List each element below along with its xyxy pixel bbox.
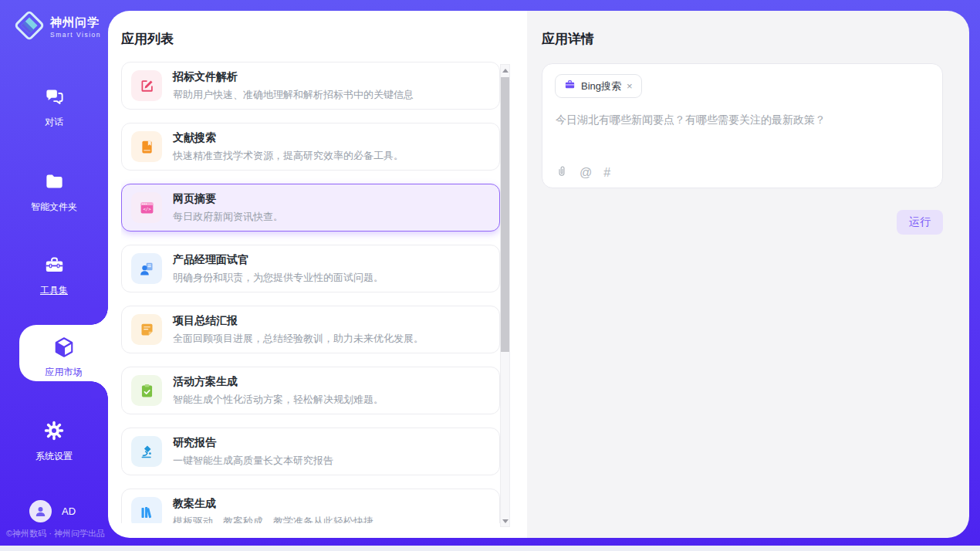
app-list-title: 应用列表 [121,30,174,48]
folder-icon [44,181,65,194]
hash-icon[interactable]: # [603,166,610,180]
app-card-title: 产品经理面试官 [173,253,384,267]
app-card-desc: 每日政府新闻资讯快查。 [173,210,283,224]
app-card-research-report[interactable]: 研究报告 一键智能生成高质量长文本研究报告 [121,428,500,475]
brand-name: 神州问学 [50,15,101,30]
copyright-text: ©神州数码 · 神州问学出品 [6,528,108,539]
sidebar-item-app-market[interactable]: 应用市场 [19,325,108,381]
app-detail-title: 应用详情 [542,30,594,48]
clipboard-check-icon [131,375,162,406]
sidebar: 神州问学 Smart Vision 对话 智能文件夹 [0,0,108,551]
app-card-title: 活动方案生成 [173,375,384,389]
books-icon [131,497,162,523]
user-account[interactable]: AD [29,500,76,522]
run-button[interactable]: 运行 [897,210,943,235]
avatar [29,500,52,522]
app-list: 招标文件解析 帮助用户快速、准确地理解和解析招标书中的关键信息 文献搜索 快速精… [121,62,500,523]
app-card-literature-search[interactable]: 文献搜索 快速精准查找学术资源，提高研究效率的必备工具。 [121,123,500,171]
book-icon [131,131,162,162]
app-card-lesson-plan[interactable]: 教案生成 模板驱动，教案秒成，教学准备从此轻松快捷 [121,488,500,523]
user-initials: AD [62,505,76,517]
app-card-desc: 一键智能生成高质量长文本研究报告 [173,454,333,468]
app-card-title: 文献搜索 [173,131,404,145]
sidebar-item-label: 工具集 [0,284,108,297]
briefcase-icon [564,79,576,93]
app-card-desc: 模板驱动，教案秒成，教学准备从此轻松快捷 [173,515,373,524]
tool-chip-bing-search[interactable]: Bing搜索 × [555,74,642,98]
app-card-project-summary[interactable]: 项目总结汇报 全面回顾项目进展，总结经验教训，助力未来优化发展。 [121,306,500,353]
close-icon[interactable]: × [627,80,633,92]
app-card-desc: 快速精准查找学术资源，提高研究效率的必备工具。 [173,149,404,163]
app-detail-panel: 应用详情 Bing搜索 × 今日湖北有哪些新闻要点？有哪些需要关注的最新政策？ [527,11,969,538]
sidebar-item-label: 系统设置 [0,450,108,463]
sidebar-item-label: 对话 [0,116,108,129]
app-card-desc: 全面回顾项目进展，总结经验教训，助力未来优化发展。 [173,332,424,346]
app-card-title: 招标文件解析 [173,70,414,84]
app-card-desc: 帮助用户快速、准确地理解和解析招标书中的关键信息 [173,88,414,102]
chat-icon [44,96,65,110]
brand: 神州问学 Smart Vision [14,10,101,44]
paperclip-icon[interactable] [556,164,568,181]
scrollbar[interactable] [500,64,510,527]
research-icon [131,436,162,467]
browser-code-icon: </> [131,192,162,223]
mention-icon[interactable]: @ [580,166,592,180]
app-card-bid-document-analysis[interactable]: 招标文件解析 帮助用户快速、准确地理解和解析招标书中的关键信息 [121,62,500,110]
sidebar-item-chat[interactable]: 对话 [0,86,108,129]
sidebar-item-smart-folder[interactable]: 智能文件夹 [0,171,108,214]
app-card-event-plan[interactable]: 活动方案生成 智能生成个性化活动方案，轻松解决规划难题。 [121,367,500,414]
scroll-up-icon[interactable] [501,65,509,76]
prompt-card[interactable]: Bing搜索 × 今日湖北有哪些新闻要点？有哪些需要关注的最新政策？ @ # [542,63,943,188]
input-toolbar: @ # [556,164,610,181]
sidebar-item-label: 智能文件夹 [0,201,108,214]
app-list-panel: 应用列表 招标文件解析 帮助用户快速、准确地理解和解析招标书中的关键信息 [108,11,527,538]
main-content: 应用列表 招标文件解析 帮助用户快速、准确地理解和解析招标书中的关键信息 [108,11,969,538]
app-card-title: 网页摘要 [173,192,283,206]
app-card-desc: 智能生成个性化活动方案，轻松解决规划难题。 [173,393,384,407]
sidebar-item-settings[interactable]: 系统设置 [0,420,108,463]
tool-chip-label: Bing搜索 [581,79,621,93]
interviewer-icon [131,253,162,284]
gear-icon [43,431,65,444]
bottom-edge-strip [0,546,980,551]
app-card-desc: 明确身份和职责，为您提供专业性的面试问题。 [173,271,384,285]
sidebar-item-label: 应用市场 [19,366,108,379]
sidebar-item-toolset[interactable]: 工具集 [0,255,108,297]
app-card-title: 项目总结汇报 [173,314,424,328]
app-card-title: 教案生成 [173,497,373,511]
brand-logo-icon [14,10,45,44]
brand-subtitle: Smart Vision [50,31,101,39]
cube-icon [52,348,76,361]
memo-icon [131,314,162,345]
app-card-pm-interviewer[interactable]: 产品经理面试官 明确身份和职责，为您提供专业性的面试问题。 [121,245,500,292]
app-card-title: 研究报告 [173,436,333,450]
scroll-down-icon[interactable] [501,516,509,526]
scrollbar-thumb[interactable] [501,77,509,352]
svg-text:</>: </> [143,207,151,211]
prompt-input[interactable]: 今日湖北有哪些新闻要点？有哪些需要关注的最新政策？ [556,112,926,128]
app-card-web-summary[interactable]: </> 网页摘要 每日政府新闻资讯快查。 [121,184,500,232]
edit-document-icon [131,70,162,101]
toolbox-icon [44,265,65,278]
